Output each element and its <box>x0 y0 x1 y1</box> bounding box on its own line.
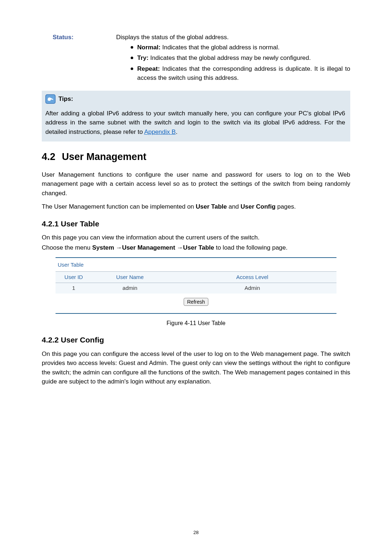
status-item-text: Indicates that the global address is nor… <box>160 44 279 51</box>
status-description: Displays the status of the global addres… <box>116 33 350 42</box>
user-table-nav-path: Choose the menu System →User Management … <box>42 243 350 253</box>
button-row: Refresh <box>56 298 336 306</box>
status-item-try: Try: Indicates that the global address m… <box>131 53 350 63</box>
user-management-desc: User Management functions to configure t… <box>42 170 350 198</box>
subsection-heading-user-table: 4.2.1 User Table <box>42 218 350 230</box>
tips-label: Tips: <box>58 94 73 104</box>
text-span: → <box>114 244 122 251</box>
status-item-term: Normal: <box>137 44 160 51</box>
status-row: Status: Displays the status of the globa… <box>42 33 350 42</box>
table-header: User ID User Name Access Level <box>56 272 336 283</box>
status-item-normal: Normal: Indicates that the global addres… <box>131 43 350 52</box>
status-item-term: Repeat: <box>137 65 160 72</box>
cell-user-id: 1 <box>56 284 92 292</box>
appendix-link[interactable]: Appendix B <box>144 128 176 135</box>
tips-text: After adding a global IPv6 address to yo… <box>45 109 345 137</box>
section-heading-user-management: 4.2User Management <box>42 149 350 164</box>
user-table-panel: User Table User ID User Name Access Leve… <box>56 257 336 314</box>
tips-box: Tips: After adding a global IPv6 address… <box>42 91 350 142</box>
header-user-id: User ID <box>56 273 92 282</box>
status-list: Normal: Indicates that the global addres… <box>131 43 350 83</box>
path-user-table: User Table <box>183 244 214 251</box>
text-span: → <box>175 244 183 251</box>
figure-caption: Figure 4-11 User Table <box>42 319 350 328</box>
header-user-name: User Name <box>92 273 168 282</box>
section-title: User Management <box>62 151 147 162</box>
table-row: 1 admin Admin <box>56 283 336 294</box>
text-bold: User Config <box>241 203 275 210</box>
section-number: 4.2 <box>42 151 56 162</box>
status-item-text: Indicates that the global address may be… <box>148 54 311 61</box>
status-item-text: Indicates that the corresponding address… <box>137 65 350 82</box>
header-access-level: Access Level <box>168 273 336 282</box>
path-system: System <box>92 244 114 251</box>
status-item-repeat: Repeat: Indicates that the corresponding… <box>131 64 350 83</box>
status-label: Status: <box>42 33 113 42</box>
panel-title: User Table <box>56 258 336 272</box>
text-bold: User Table <box>196 203 227 210</box>
text-span: Choose the menu <box>42 244 92 251</box>
text-span: and <box>227 203 241 210</box>
text-span: pages. <box>275 203 296 210</box>
refresh-button[interactable]: Refresh <box>184 298 208 306</box>
tips-text-part2: . <box>176 128 177 135</box>
user-config-desc: On this page you can configure the acces… <box>42 349 350 386</box>
cell-user-name: admin <box>92 284 168 292</box>
text-span: to load the following page. <box>214 244 287 251</box>
hand-point-icon <box>45 94 56 104</box>
tips-text-part1: After adding a global IPv6 address to yo… <box>45 110 345 135</box>
user-management-pages: The User Management function can be impl… <box>42 202 350 212</box>
path-user-management: User Management <box>122 244 175 251</box>
user-table-desc: On this page you can view the informatio… <box>42 233 350 242</box>
tips-header: Tips: <box>45 94 345 104</box>
subsection-heading-user-config: 4.2.2 User Config <box>42 334 350 346</box>
status-item-term: Try: <box>137 54 148 61</box>
page-number: 28 <box>193 529 199 536</box>
text-span: The User Management function can be impl… <box>42 203 196 210</box>
cell-access-level: Admin <box>168 284 336 292</box>
